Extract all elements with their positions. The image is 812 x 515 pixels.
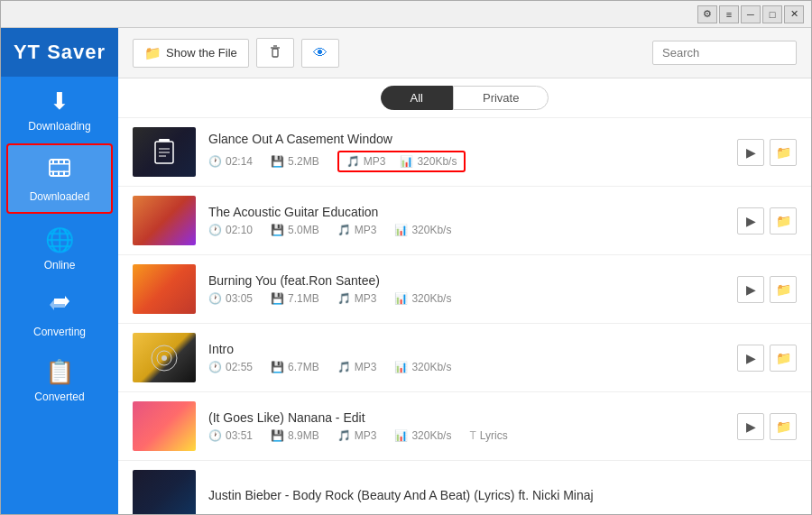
- file-info-2: The Acoustic Guitar Education 🕐 02:10 💾 …: [208, 205, 724, 236]
- sidebar: YT Saver ⬇ Downloading: [1, 28, 118, 514]
- sidebar-item-downloaded[interactable]: Downloaded: [6, 143, 113, 214]
- play-button-1[interactable]: ▶: [737, 139, 764, 166]
- eye-button[interactable]: 👁: [301, 39, 339, 68]
- file-actions-2: ▶ 📁: [737, 207, 797, 235]
- format-2: 🎵 MP3: [337, 224, 377, 236]
- mp3-icon-1: 🎵: [346, 155, 360, 168]
- menu-button[interactable]: ≡: [719, 5, 739, 23]
- svg-rect-7: [58, 171, 60, 177]
- search-input[interactable]: [652, 41, 797, 65]
- file-title-1: Glance Out A Casement Window: [208, 132, 724, 146]
- main-window: ⚙ ≡ ─ □ ✕ YT Saver ⬇ Downloading: [0, 0, 812, 515]
- duration-3: 🕐 03:05: [208, 292, 253, 305]
- sidebar-label-online: Online: [44, 259, 76, 271]
- file-meta-1: 🕐 02:14 💾 5.2MB 🎵 MP3: [208, 151, 724, 172]
- duration-1: 🕐 02:14: [208, 155, 253, 168]
- file-info-1: Glance Out A Casement Window 🕐 02:14 💾 5…: [208, 132, 724, 172]
- format-highlight-1: 🎵 MP3 📊 320Kb/s: [337, 151, 466, 172]
- tab-all[interactable]: All: [381, 86, 453, 110]
- play-button-3[interactable]: ▶: [737, 276, 764, 303]
- svg-rect-9: [272, 49, 278, 57]
- play-button-2[interactable]: ▶: [737, 207, 764, 235]
- duration-4: 🕐 02:55: [208, 361, 253, 373]
- play-button-5[interactable]: ▶: [737, 413, 764, 440]
- settings-button[interactable]: ⚙: [697, 5, 717, 23]
- toolbar: 📁 Show the File 👁: [118, 28, 811, 78]
- sidebar-label-downloaded: Downloaded: [30, 190, 90, 203]
- file-info-3: Burning You (feat.Ron Santee) 🕐 03:05 💾 …: [208, 273, 724, 305]
- svg-rect-13: [159, 139, 170, 142]
- film-icon: [48, 156, 71, 186]
- size-5: 💾 8.9MB: [271, 429, 319, 442]
- sidebar-label-converted: Converted: [34, 391, 84, 403]
- file-item-3: Burning You (feat.Ron Santee) 🕐 03:05 💾 …: [118, 255, 811, 324]
- folder-button-3[interactable]: 📁: [770, 276, 797, 303]
- svg-rect-8: [63, 171, 65, 177]
- close-button[interactable]: ✕: [784, 5, 804, 23]
- clock-icon-4: 🕐: [208, 361, 222, 373]
- bitrate-icon-4: 📊: [394, 361, 408, 373]
- file-item-5: (It Goes Like) Nanana - Edit 🕐 03:51 💾 8…: [118, 392, 811, 461]
- lyrics-5: T Lyrics: [469, 429, 507, 442]
- size-2: 💾 5.0MB: [271, 224, 319, 236]
- sidebar-label-converting: Converting: [33, 326, 86, 338]
- sidebar-item-online[interactable]: 🌐 Online: [1, 216, 118, 280]
- clock-icon-5: 🕐: [208, 429, 222, 442]
- file-icon-2: 💾: [271, 224, 284, 236]
- folder-button-4[interactable]: 📁: [770, 345, 797, 372]
- tab-private[interactable]: Private: [453, 86, 549, 110]
- mp3-icon-2: 🎵: [337, 224, 351, 236]
- mp3-icon-3: 🎵: [337, 292, 351, 305]
- file-item-4: Intro 🕐 02:55 💾 6.7MB 🎵: [118, 324, 811, 392]
- file-thumbnail-4: [133, 333, 196, 382]
- file-icon-3: 💾: [271, 292, 284, 305]
- file-item-1: Glance Out A Casement Window 🕐 02:14 💾 5…: [118, 118, 811, 187]
- file-actions-4: ▶ 📁: [737, 345, 797, 372]
- file-title-5: (It Goes Like) Nanana - Edit: [208, 410, 724, 425]
- sidebar-item-converting[interactable]: Converting: [1, 280, 118, 347]
- file-thumbnail-3: [133, 264, 196, 314]
- folder-button-2[interactable]: 📁: [770, 207, 797, 235]
- file-actions-3: ▶ 📁: [737, 276, 797, 303]
- list-icon: 📋: [45, 358, 74, 386]
- globe-icon: 🌐: [45, 226, 74, 254]
- file-item-2: The Acoustic Guitar Education 🕐 02:10 💾 …: [118, 187, 811, 255]
- file-meta-2: 🕐 02:10 💾 5.0MB 🎵 MP3: [208, 224, 724, 236]
- file-icon-1: 💾: [271, 155, 284, 168]
- sidebar-item-converted[interactable]: 📋 Converted: [1, 347, 118, 412]
- show-file-button[interactable]: 📁 Show the File: [133, 39, 249, 68]
- delete-button[interactable]: [256, 38, 294, 68]
- folder-button-5[interactable]: 📁: [770, 413, 797, 440]
- bitrate-icon-1: 📊: [400, 155, 413, 168]
- play-button-4[interactable]: ▶: [737, 345, 764, 372]
- trash-icon: [268, 44, 282, 61]
- file-title-2: The Acoustic Guitar Education: [208, 205, 724, 219]
- bitrate-2: 📊 320Kb/s: [394, 224, 451, 236]
- bitrate-4: 📊 320Kb/s: [394, 361, 451, 373]
- duration-5: 🕐 03:51: [208, 429, 253, 442]
- tab-bar: All Private: [118, 78, 811, 118]
- file-icon-4: 💾: [271, 361, 284, 373]
- svg-rect-5: [63, 160, 65, 163]
- bitrate-5: 📊 320Kb/s: [394, 429, 451, 442]
- clock-icon-1: 🕐: [208, 155, 222, 168]
- file-icon-5: 💾: [271, 429, 284, 442]
- file-thumbnail-5: [133, 401, 196, 451]
- maximize-button[interactable]: □: [762, 5, 782, 23]
- bitrate-icon-5: 📊: [394, 429, 408, 442]
- clock-icon-2: 🕐: [208, 224, 222, 236]
- format-5: 🎵 MP3: [337, 429, 377, 442]
- file-title-3: Burning You (feat.Ron Santee): [208, 273, 724, 288]
- show-file-label: Show the File: [166, 46, 237, 60]
- convert-icon: [48, 291, 71, 321]
- title-bar: ⚙ ≡ ─ □ ✕: [1, 1, 811, 28]
- minimize-button[interactable]: ─: [741, 5, 761, 23]
- sidebar-label-downloading: Downloading: [28, 120, 90, 133]
- duration-2: 🕐 02:10: [208, 224, 253, 236]
- file-meta-5: 🕐 03:51 💾 8.9MB 🎵 MP3: [208, 429, 724, 442]
- folder-button-1[interactable]: 📁: [770, 139, 797, 166]
- svg-point-19: [161, 355, 167, 361]
- app-title: YT Saver: [1, 28, 118, 77]
- sidebar-item-downloading[interactable]: ⬇ Downloading: [1, 77, 118, 142]
- mp3-icon-4: 🎵: [337, 361, 351, 373]
